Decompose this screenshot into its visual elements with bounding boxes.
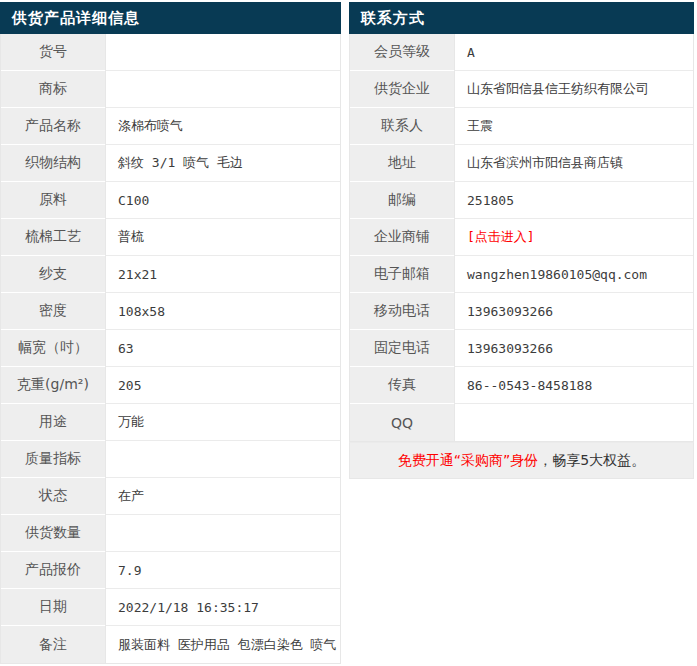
row-value: 山东省滨州市阳信县商店镇	[454, 145, 693, 182]
row-value	[105, 441, 340, 478]
table-row: 邮编 251805	[350, 182, 693, 219]
row-value: 山东省阳信县信王纺织有限公司	[454, 71, 693, 108]
table-row: 备注 服装面料 医护用品 包漂白染色 喷气	[1, 626, 340, 663]
row-value: 2022/1/18 16:35:17	[105, 589, 340, 626]
table-row: 密度 108x58	[1, 293, 340, 330]
table-row: 固定电话 13963093266	[350, 330, 693, 367]
table-row: 电子邮箱 wangzhen19860105@qq.com	[350, 256, 693, 293]
row-value: 251805	[454, 182, 693, 219]
table-row: 联系人 王震	[350, 108, 693, 145]
buyer-upgrade-link[interactable]: 免费开通“采购商”身份	[398, 452, 539, 470]
table-row: 商标	[1, 71, 340, 108]
row-label: 移动电话	[350, 293, 454, 330]
product-detail-title: 供货产品详细信息	[12, 9, 140, 27]
table-row: 原料 C100	[1, 182, 340, 219]
row-label: 纱支	[1, 256, 105, 293]
row-label: 密度	[1, 293, 105, 330]
contact-title: 联系方式	[361, 9, 425, 27]
row-value	[105, 34, 340, 71]
buyer-upgrade-notice: 免费开通“采购商”身份，畅享5大权益。	[349, 442, 694, 479]
row-value: 在产	[105, 478, 340, 515]
product-detail-table: 货号 商标 产品名称 涤棉布喷气 织物结构 斜纹 3/1 喷气 毛边	[0, 34, 341, 664]
row-label: 货号	[1, 34, 105, 71]
table-row: 幅宽（吋） 63	[1, 330, 340, 367]
row-value: 13963093266	[454, 330, 693, 367]
row-label: 地址	[350, 145, 454, 182]
table-row: 日期 2022/1/18 16:35:17	[1, 589, 340, 626]
row-value: 普梳	[105, 219, 340, 256]
shop-enter-link[interactable]: [点击进入]	[454, 219, 693, 256]
row-value: 涤棉布喷气	[105, 108, 340, 145]
row-value: 86--0543-8458188	[454, 367, 693, 404]
table-row: 供货企业 山东省阳信县信王纺织有限公司	[350, 71, 693, 108]
table-row: 织物结构 斜纹 3/1 喷气 毛边	[1, 145, 340, 182]
row-value	[105, 515, 340, 552]
table-row: 移动电话 13963093266	[350, 293, 693, 330]
table-row: 克重(g/m²) 205	[1, 367, 340, 404]
table-row: 纱支 21x21	[1, 256, 340, 293]
row-label: 联系人	[350, 108, 454, 145]
contact-panel: 联系方式 会员等级 A 供货企业 山东省阳信县信王纺织有限公司 联系人 王震	[349, 2, 694, 479]
row-label: 会员等级	[350, 34, 454, 71]
row-label: 电子邮箱	[350, 256, 454, 293]
row-label: 产品报价	[1, 552, 105, 589]
row-label: 状态	[1, 478, 105, 515]
table-row: 用途 万能	[1, 404, 340, 441]
table-row: 产品名称 涤棉布喷气	[1, 108, 340, 145]
row-value: 21x21	[105, 256, 340, 293]
row-label: 织物结构	[1, 145, 105, 182]
row-label: 备注	[1, 626, 105, 663]
product-detail-panel: 供货产品详细信息 货号 商标 产品名称 涤棉布喷气	[0, 2, 341, 664]
row-value: 斜纹 3/1 喷气 毛边	[105, 145, 340, 182]
row-label: QQ	[350, 404, 454, 441]
row-label: 传真	[350, 367, 454, 404]
row-value: 服装面料 医护用品 包漂白染色 喷气	[105, 626, 340, 663]
row-label: 邮编	[350, 182, 454, 219]
row-label: 克重(g/m²)	[1, 367, 105, 404]
row-value: 13963093266	[454, 293, 693, 330]
table-row: 货号	[1, 34, 340, 71]
buyer-upgrade-text: ，畅享5大权益。	[538, 452, 645, 470]
row-label: 日期	[1, 589, 105, 626]
table-row: 供货数量	[1, 515, 340, 552]
row-value: 万能	[105, 404, 340, 441]
row-value	[105, 71, 340, 108]
table-row: QQ	[350, 404, 693, 441]
table-row: 企业商铺 [点击进入]	[350, 219, 693, 256]
row-label: 企业商铺	[350, 219, 454, 256]
table-row: 地址 山东省滨州市阳信县商店镇	[350, 145, 693, 182]
product-detail-title-bar: 供货产品详细信息	[0, 2, 341, 34]
row-label: 商标	[1, 71, 105, 108]
row-value: C100	[105, 182, 340, 219]
table-row: 状态 在产	[1, 478, 340, 515]
table-row: 质量指标	[1, 441, 340, 478]
row-value: 7.9	[105, 552, 340, 589]
page: 供货产品详细信息 货号 商标 产品名称 涤棉布喷气	[0, 0, 697, 666]
row-label: 质量指标	[1, 441, 105, 478]
row-value: 63	[105, 330, 340, 367]
row-value: wangzhen19860105@qq.com	[454, 256, 693, 293]
contact-table: 会员等级 A 供货企业 山东省阳信县信王纺织有限公司 联系人 王震 地址 山东省…	[349, 34, 694, 442]
row-label: 供货数量	[1, 515, 105, 552]
table-row: 梳棉工艺 普梳	[1, 219, 340, 256]
table-row: 传真 86--0543-8458188	[350, 367, 693, 404]
row-label: 梳棉工艺	[1, 219, 105, 256]
contact-title-bar: 联系方式	[349, 2, 694, 34]
row-value: 205	[105, 367, 340, 404]
row-label: 产品名称	[1, 108, 105, 145]
row-label: 固定电话	[350, 330, 454, 367]
row-value: 108x58	[105, 293, 340, 330]
row-value: 王震	[454, 108, 693, 145]
row-label: 供货企业	[350, 71, 454, 108]
row-value: A	[454, 34, 693, 71]
row-label: 幅宽（吋）	[1, 330, 105, 367]
table-row: 产品报价 7.9	[1, 552, 340, 589]
row-value	[454, 404, 693, 441]
table-row: 会员等级 A	[350, 34, 693, 71]
row-label: 原料	[1, 182, 105, 219]
row-label: 用途	[1, 404, 105, 441]
